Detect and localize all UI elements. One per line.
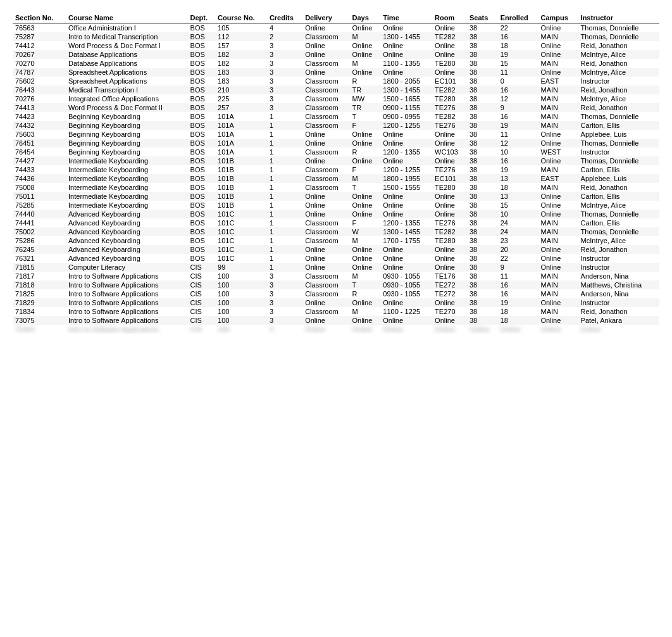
table-cell: Online: [538, 298, 578, 307]
table-cell: Classroom: [302, 77, 349, 85]
table-cell: Intermediate Keyboarding: [66, 201, 188, 210]
table-row: 76443Medical Transcription IBOS2103Class…: [13, 85, 659, 94]
table-cell: 38: [467, 32, 498, 41]
table-cell: 99: [215, 263, 267, 272]
table-cell: BOS: [188, 85, 216, 94]
table-cell: Online: [432, 201, 467, 210]
table-cell: Online: [380, 68, 432, 77]
table-row: 75287Intro to Medical TranscriptionBOS11…: [13, 32, 659, 41]
table-cell: Intro to Medical Transcription: [66, 32, 188, 41]
table-cell: 3: [267, 68, 302, 77]
table-cell: 71818: [13, 281, 66, 289]
table-cell: 38: [467, 50, 498, 59]
table-cell: TE280: [432, 236, 467, 245]
table-cell: Beginning Keyboarding: [66, 112, 188, 121]
table-cell: 38: [467, 281, 498, 289]
table-cell: MAIN: [538, 165, 578, 174]
table-cell: Intro to Software Applications: [66, 307, 188, 316]
table-cell: Online: [302, 139, 349, 148]
table-cell: 101A: [215, 121, 267, 130]
table-cell: F: [349, 121, 380, 130]
table-cell: TE272: [432, 281, 467, 289]
table-row: 74787Spreadsheet ApplicationsBOS1833Onli…: [13, 68, 659, 77]
table-cell: Online: [349, 23, 380, 33]
col-time: Time: [380, 13, 432, 23]
table-cell: 1500 - 1655: [380, 94, 432, 103]
table-cell: 74441: [13, 218, 66, 227]
table-row: 71825Intro to Software ApplicationsCIS10…: [13, 289, 659, 298]
table-cell: BOS: [188, 254, 216, 263]
table-row: 75008Intermediate KeyboardingBOS101B1Cla…: [13, 183, 659, 192]
table-cell: Classroom: [302, 59, 349, 68]
table-cell: Online: [302, 156, 349, 165]
table-cell: 38: [467, 41, 498, 50]
table-cell: 73075: [13, 316, 66, 325]
table-cell: 3: [267, 50, 302, 59]
table-cell: Online: [538, 139, 578, 148]
table-cell: Online: [538, 50, 578, 59]
table-cell: 1: [267, 156, 302, 165]
table-row: 75002Advanced KeyboardingBOS101C1Classro…: [13, 227, 659, 236]
table-cell: 3: [267, 316, 302, 325]
table-cell: 74412: [13, 41, 66, 50]
table-cell: 1: [267, 236, 302, 245]
table-cell: Online: [538, 130, 578, 139]
table-cell: 3: [267, 289, 302, 298]
table-cell: 23: [498, 236, 538, 245]
table-cell: MAIN: [538, 112, 578, 121]
table-cell: Online: [302, 210, 349, 218]
table-cell: BOS: [188, 218, 216, 227]
table-cell: 75287: [13, 32, 66, 41]
table-cell: 18: [498, 41, 538, 50]
table-cell: MAIN: [538, 227, 578, 236]
table-cell: TE276: [432, 121, 467, 130]
table-cell: Online: [302, 68, 349, 77]
table-cell: MAIN: [538, 85, 578, 94]
table-cell: Online: [349, 50, 380, 59]
table-cell: 1: [267, 210, 302, 218]
table-cell: Office Administration I: [66, 23, 188, 33]
table-cell: 38: [467, 316, 498, 325]
table-cell: T: [349, 112, 380, 121]
table-cell: 1: [267, 183, 302, 192]
table-cell: Online: [538, 245, 578, 254]
table-cell: Intro to Software Applications: [66, 272, 188, 281]
table-cell: T: [349, 183, 380, 192]
table-cell: CIS: [188, 307, 216, 316]
table-cell: MAIN: [538, 59, 578, 68]
table-cell: Online: [349, 210, 380, 218]
table-cell: TR: [349, 85, 380, 94]
table-cell: CIS: [188, 263, 216, 272]
col-credits: Credits: [267, 13, 302, 23]
table-cell: Online: [380, 50, 432, 59]
table-row: 74413Word Process & Doc Format IIBOS2573…: [13, 103, 659, 112]
table-cell: 76321: [13, 254, 66, 263]
col-section-no: Section No.: [13, 13, 66, 23]
table-cell: Online: [498, 325, 538, 334]
table-cell: 74427: [13, 156, 66, 165]
table-cell: 3: [267, 41, 302, 50]
table-cell: 19: [498, 50, 538, 59]
table-cell: Online: [578, 325, 659, 334]
table-cell: 1700 - 1755: [380, 236, 432, 245]
table-cell: 101B: [215, 165, 267, 174]
table-cell: 20: [498, 245, 538, 254]
table-cell: 1: [267, 218, 302, 227]
table-cell: Patel, Ankara: [578, 316, 659, 325]
table-cell: 101B: [215, 192, 267, 201]
table-cell: 13: [498, 192, 538, 201]
table-row: 75286Advanced KeyboardingBOS101C1Classro…: [13, 236, 659, 245]
table-row: 74433Intermediate KeyboardingBOS101B1Cla…: [13, 165, 659, 174]
table-cell: Integrated Office Applications: [66, 94, 188, 103]
table-row: 74427Intermediate KeyboardingBOS101B1Onl…: [13, 156, 659, 165]
table-cell: Beginning Keyboarding: [66, 148, 188, 156]
table-cell: TE282: [432, 227, 467, 236]
table-cell: Intermediate Keyboarding: [66, 192, 188, 201]
table-cell: BOS: [188, 201, 216, 210]
table-cell: 100: [215, 289, 267, 298]
table-cell: Carlton, Ellis: [578, 192, 659, 201]
table-cell: McIntrye, Alice: [578, 94, 659, 103]
table-cell: BOS: [188, 236, 216, 245]
table-cell: 18: [498, 316, 538, 325]
table-cell: BOS: [188, 245, 216, 254]
